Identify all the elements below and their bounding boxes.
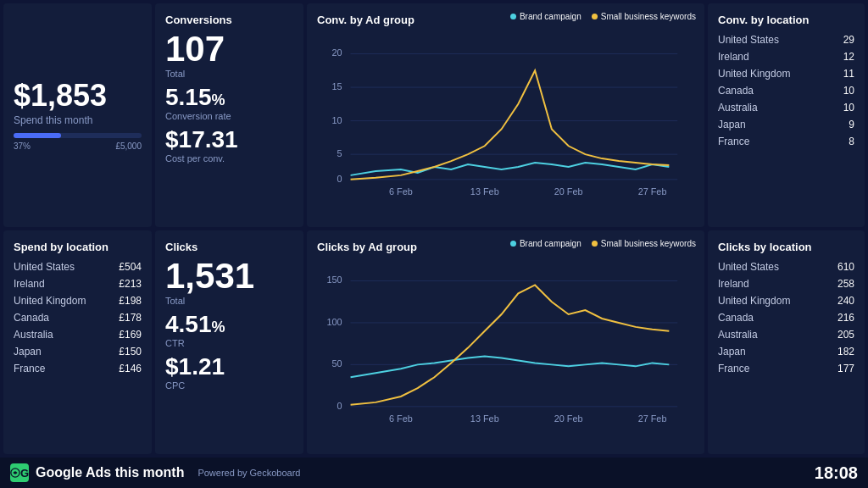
clicks-chart-svg: 150 100 50 0 6 Feb 13 Feb 20 Feb 27 Feb [317, 258, 694, 437]
footer-time: 18:08 [815, 463, 858, 483]
list-item: Australia10 [718, 99, 854, 116]
svg-text:13 Feb: 13 Feb [470, 186, 499, 197]
list-item: Ireland£213 [14, 275, 142, 292]
footer-powered: Powered by Geckoboard [198, 468, 300, 478]
list-item: Ireland12 [718, 48, 854, 65]
small-biz-dot [592, 14, 598, 19]
progress-labels: 37% £5,000 [14, 141, 142, 151]
clicks-by-location-title: Clicks by location [718, 241, 854, 253]
cost-per-conv: $17.31 [165, 128, 293, 152]
svg-text:27 Feb: 27 Feb [638, 413, 667, 424]
svg-text:13 Feb: 13 Feb [470, 413, 499, 424]
clicks-total-label: Total [165, 296, 293, 306]
svg-text:27 Feb: 27 Feb [638, 186, 667, 197]
geckoboard-icon [10, 467, 20, 479]
list-item: United States610 [718, 258, 854, 275]
progress-target: £5,000 [115, 141, 142, 151]
clicks-card: Clicks 1,531 Total 4.51% CTR $1.21 CPC [155, 230, 303, 454]
ctr-value: 4.51% [165, 313, 293, 336]
list-item: Canada10 [718, 82, 854, 99]
list-item: Japan£150 [14, 343, 142, 360]
progress-bar-fill [14, 133, 61, 138]
svg-text:0: 0 [337, 401, 342, 411]
spend-location-table: United States£504Ireland£213United Kingd… [14, 258, 142, 377]
clicks-brand-label: Brand campaign [520, 239, 581, 248]
svg-text:50: 50 [332, 358, 342, 369]
clicks-by-ad-group-card: Clicks by Ad group Brand campaign Small … [307, 230, 704, 454]
ctr-label: CTR [165, 338, 293, 348]
clicks-chart-legend: Brand campaign Small business keywords [510, 239, 696, 248]
conversions-card: Conversions 107 Total 5.15% Conversion r… [155, 3, 303, 227]
clicks-small-biz-label: Small business keywords [601, 239, 696, 248]
svg-text:100: 100 [327, 317, 342, 327]
conversions-title: Conversions [165, 14, 293, 26]
progress-pct: 37% [14, 141, 31, 151]
conversion-rate-label: Conversion rate [165, 111, 293, 121]
footer: G Google Ads this month Powered by Gecko… [0, 458, 868, 488]
svg-text:6 Feb: 6 Feb [389, 413, 413, 424]
cpc-label: CPC [165, 380, 293, 391]
clicks-total: 1,531 [165, 258, 293, 294]
spend-label: Spend this month [14, 114, 142, 126]
list-item: Australia205 [718, 326, 854, 343]
clicks-by-location-card: Clicks by location United States610Irela… [708, 230, 865, 454]
brand-label: Brand campaign [520, 12, 581, 21]
svg-text:5: 5 [337, 148, 342, 158]
svg-text:10: 10 [332, 115, 342, 125]
list-item: France8 [718, 133, 854, 150]
list-item: Canada£178 [14, 309, 142, 326]
cost-per-conv-label: Cost per conv. [165, 153, 293, 164]
list-item: United States29 [718, 31, 854, 48]
small-biz-label: Small business keywords [601, 12, 696, 21]
svg-text:20 Feb: 20 Feb [554, 186, 583, 197]
spend-by-location-card: Spend by location United States£504Irela… [3, 230, 152, 454]
spend-card: $1,853 Spend this month 37% £5,000 [3, 3, 152, 227]
list-item: United Kingdom240 [718, 292, 854, 309]
spend-amount: $1,853 [14, 80, 142, 111]
cpc-value: $1.21 [165, 355, 293, 379]
clicks-location-table: United States610Ireland258United Kingdom… [718, 258, 854, 377]
conv-by-location-card: Conv. by location United States29Ireland… [708, 3, 865, 227]
list-item: France177 [718, 360, 854, 377]
legend-small-biz: Small business keywords [592, 12, 696, 21]
list-item: Japan182 [718, 343, 854, 360]
svg-text:150: 150 [327, 274, 342, 285]
svg-text:20 Feb: 20 Feb [554, 413, 583, 424]
conv-by-location-title: Conv. by location [718, 14, 854, 26]
list-item: United Kingdom11 [718, 65, 854, 82]
conv-location-table: United States29Ireland12United Kingdom11… [718, 31, 854, 150]
conv-chart-legend: Brand campaign Small business keywords [510, 12, 696, 21]
list-item: Ireland258 [718, 275, 854, 292]
conversions-total-label: Total [165, 69, 293, 79]
progress-bar-bg [14, 133, 142, 138]
clicks-legend-brand: Brand campaign [510, 239, 581, 248]
svg-text:6 Feb: 6 Feb [389, 186, 413, 197]
spend-by-location-title: Spend by location [14, 241, 142, 253]
footer-title: Google Ads this month [36, 465, 184, 480]
clicks-title: Clicks [165, 241, 293, 253]
list-item: France£146 [14, 360, 142, 377]
svg-text:15: 15 [332, 81, 342, 92]
clicks-brand-dot [510, 241, 516, 247]
conversions-total: 107 [165, 31, 293, 67]
conv-chart-svg: 20 15 10 5 0 6 Feb 13 Feb 20 Feb 27 Feb [317, 31, 694, 210]
list-item: United States£504 [14, 258, 142, 275]
legend-brand: Brand campaign [510, 12, 581, 21]
list-item: Canada216 [718, 309, 854, 326]
conversion-rate: 5.15% [165, 86, 293, 109]
clicks-legend-small-biz: Small business keywords [592, 239, 696, 248]
list-item: United Kingdom£198 [14, 292, 142, 309]
brand-dot [510, 14, 516, 19]
svg-text:0: 0 [337, 174, 342, 184]
clicks-small-biz-dot [592, 241, 598, 247]
list-item: Australia£169 [14, 326, 142, 343]
footer-left: G Google Ads this month Powered by Gecko… [10, 463, 300, 482]
svg-text:20: 20 [332, 47, 342, 58]
footer-logo: G [10, 463, 29, 482]
conv-by-ad-group-card: Conv. by Ad group Brand campaign Small b… [307, 3, 704, 227]
list-item: Japan9 [718, 116, 854, 133]
